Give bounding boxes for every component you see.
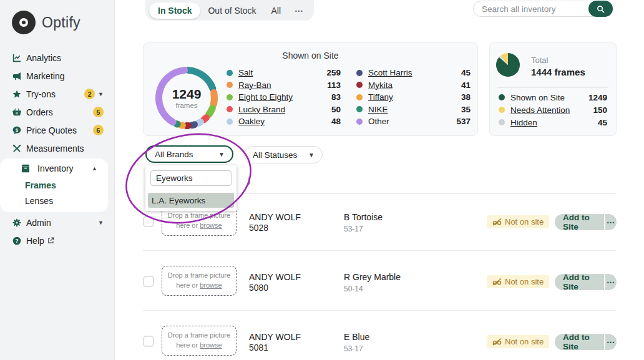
browse-link[interactable]: browse bbox=[200, 221, 222, 229]
inventory-box-icon bbox=[21, 163, 31, 173]
sidebar-item-label: Admin bbox=[26, 217, 51, 228]
status-dot-icon bbox=[499, 94, 505, 100]
sidebar-item-admin[interactable]: Admin▼ bbox=[0, 213, 114, 231]
total-card: Total 1444 frames Shown on Site1249Needs… bbox=[489, 42, 617, 136]
legend-label[interactable]: Tiffany bbox=[368, 92, 393, 102]
inventory-group: Inventory▲FramesLenses bbox=[0, 158, 108, 212]
app-name: Optify bbox=[42, 14, 80, 31]
sidebar-item-label: Orders bbox=[26, 107, 53, 118]
sidebar-item-analytics[interactable]: Analytics bbox=[0, 49, 114, 67]
sidebar-item-lenses[interactable]: Lenses bbox=[0, 193, 108, 208]
legend-label[interactable]: Lucky Brand bbox=[238, 105, 285, 114]
add-to-site-button-group: Add to Site⋯ bbox=[555, 334, 617, 350]
legend-label[interactable]: Ray-Ban bbox=[238, 80, 271, 90]
legend-label[interactable]: NIKE bbox=[368, 105, 388, 114]
frame-brand: ANDY WOLF bbox=[249, 212, 301, 223]
sidebar-item-inventory[interactable]: Inventory▲ bbox=[0, 159, 108, 177]
donut-segment-eight-to-eighty bbox=[209, 108, 213, 114]
legend-label[interactable]: Mykita bbox=[368, 80, 393, 90]
legend-value: 113 bbox=[327, 80, 341, 90]
legend-item: Salt259 bbox=[227, 69, 341, 77]
add-to-site-button-group: Add to Site⋯ bbox=[555, 214, 617, 230]
donut-segment-ray-ban bbox=[213, 92, 214, 104]
sidebar-item-try-ons[interactable]: Try-ons2▼ bbox=[0, 85, 114, 103]
status-filter[interactable]: All Statuses ▼ bbox=[244, 146, 323, 163]
price-quote-icon: $ bbox=[12, 125, 22, 135]
breakdown-value: 150 bbox=[593, 105, 607, 115]
row-more-button[interactable]: ⋯ bbox=[605, 274, 617, 290]
search-button[interactable] bbox=[588, 1, 613, 17]
chevron-down-icon: ▼ bbox=[218, 151, 225, 158]
chevron-up-icon: ▲ bbox=[92, 163, 97, 174]
image-dropzone[interactable]: Drop a frame picturehere or browse bbox=[162, 266, 237, 296]
total-breakdown-row: Needs Attention150 bbox=[499, 105, 607, 114]
sidebar: Optify AnalyticsMarketingTry-ons2▼Orders… bbox=[0, 0, 115, 360]
tab-in-stock[interactable]: In Stock bbox=[149, 2, 200, 19]
image-dropzone[interactable]: Drop a frame picturehere or browse bbox=[162, 326, 237, 356]
app-logo[interactable]: Optify bbox=[0, 0, 114, 34]
row-select-checkbox[interactable] bbox=[143, 276, 154, 287]
frame-color-name: B Tortoise bbox=[344, 212, 383, 223]
browse-link[interactable]: browse bbox=[200, 281, 222, 289]
legend-label[interactable]: Oakley bbox=[238, 117, 265, 126]
legend-column: Scott Harris45Mykita41Tiffany38NIKE35Oth… bbox=[356, 69, 471, 125]
glasses-off-icon bbox=[492, 218, 502, 226]
row-more-button[interactable]: ⋯ bbox=[605, 334, 617, 350]
sidebar-item-measurements[interactable]: Measurements bbox=[0, 139, 114, 157]
donut-segment-lucky-brand bbox=[204, 118, 206, 120]
svg-text:?: ? bbox=[15, 238, 18, 244]
legend-label[interactable]: Scott Harris bbox=[368, 68, 412, 77]
row-select-checkbox[interactable] bbox=[143, 336, 154, 347]
add-to-site-button[interactable]: Add to Site bbox=[555, 274, 604, 290]
chevron-down-icon: ▼ bbox=[98, 89, 104, 100]
add-to-site-button[interactable]: Add to Site bbox=[555, 334, 604, 350]
donut-segment-salt bbox=[188, 71, 213, 89]
sidebar-item-marketing[interactable]: Marketing bbox=[0, 67, 114, 85]
legend-label[interactable]: Eight to Eighty bbox=[238, 92, 293, 102]
brand-option[interactable]: L.A. Eyeworks bbox=[148, 193, 234, 208]
breakdown-label[interactable]: Needs Attention bbox=[510, 105, 570, 115]
legend-dot-icon bbox=[227, 94, 233, 100]
legend-label[interactable]: Salt bbox=[238, 68, 253, 77]
frame-brand-col: ANDY WOLF5080 bbox=[249, 272, 301, 293]
chart-title: Shown on Site bbox=[144, 51, 477, 61]
chevron-down-icon: ▼ bbox=[308, 152, 315, 158]
legend-item: Mykita41 bbox=[356, 81, 471, 89]
external-link-icon bbox=[47, 237, 54, 244]
add-to-site-button[interactable]: Add to Site bbox=[555, 214, 604, 230]
chevron-down-icon: ▼ bbox=[98, 217, 104, 228]
brand-filter[interactable]: All Brands ▼ bbox=[145, 145, 233, 163]
browse-link[interactable]: browse bbox=[200, 341, 222, 349]
row-more-button[interactable]: ⋯ bbox=[605, 214, 617, 230]
brand-dropdown-panel: L.A. Eyeworks bbox=[145, 165, 237, 211]
total-breakdown-row: Shown on Site1249 bbox=[499, 93, 607, 102]
breakdown-label[interactable]: Hidden bbox=[510, 118, 537, 127]
add-to-site-button-group: Add to Site⋯ bbox=[555, 274, 617, 290]
status-text: Not on site bbox=[505, 277, 544, 286]
dropzone-text-prefix: here or bbox=[176, 281, 200, 289]
sidebar-item-label: Price Quotes bbox=[26, 125, 77, 136]
sidebar-item-price-quotes[interactable]: $Price Quotes6 bbox=[0, 121, 114, 139]
sidebar-item-frames[interactable]: Frames bbox=[0, 177, 108, 193]
total-value: 1444 frames bbox=[531, 67, 585, 77]
sidebar-item-label: Marketing bbox=[26, 71, 64, 82]
row-select-checkbox[interactable] bbox=[143, 216, 154, 227]
gear-icon bbox=[12, 217, 22, 228]
legend-value: 35 bbox=[461, 105, 471, 114]
tab-out-of-stock[interactable]: Out of Stock bbox=[200, 3, 263, 18]
status-badge: Not on site bbox=[487, 215, 549, 228]
brand-search-input[interactable] bbox=[150, 170, 232, 186]
frame-size: 50-14 bbox=[344, 284, 401, 294]
legend-value: 41 bbox=[461, 80, 471, 90]
sidebar-item-orders[interactable]: Orders5 bbox=[0, 103, 114, 121]
tab-all[interactable]: All bbox=[264, 3, 289, 18]
legend-dot-icon bbox=[356, 70, 363, 76]
frame-color-name: E Blue bbox=[344, 332, 369, 343]
measurements-icon bbox=[12, 143, 22, 153]
legend-dot-icon bbox=[227, 106, 233, 112]
donut-segment-scott-harris bbox=[192, 125, 194, 125]
search-input[interactable] bbox=[474, 4, 588, 14]
tab-more-menu[interactable]: ⋯ bbox=[288, 3, 310, 18]
legend-item: Tiffany38 bbox=[356, 93, 471, 101]
sidebar-item-help[interactable]: ?Help bbox=[0, 231, 114, 250]
